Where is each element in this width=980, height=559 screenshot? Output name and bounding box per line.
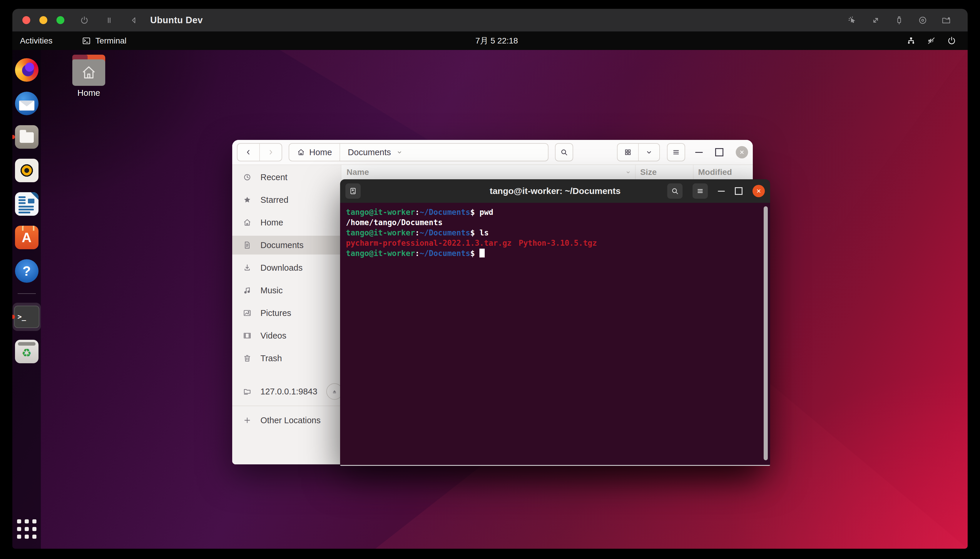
mac-minimize-button[interactable] bbox=[40, 16, 47, 24]
clock-button[interactable]: 7月 5 22:18 bbox=[469, 31, 524, 50]
view-options-dropdown[interactable] bbox=[638, 144, 659, 161]
sidebar-item-other-locations[interactable]: Other Locations bbox=[232, 411, 341, 430]
terminal-controls bbox=[667, 184, 765, 198]
view-toggle-group bbox=[617, 143, 660, 161]
terminal-search-button[interactable] bbox=[667, 184, 683, 198]
hamburger-icon bbox=[696, 187, 704, 195]
window-controls bbox=[695, 146, 748, 159]
dock-item-files[interactable] bbox=[15, 125, 38, 149]
star-icon bbox=[243, 195, 251, 204]
sort-chevron-icon bbox=[625, 169, 631, 175]
usb-icon[interactable] bbox=[894, 15, 904, 25]
focused-app-indicator[interactable]: Terminal bbox=[79, 31, 129, 50]
vm-window: Ubuntu Dev Activities Termi bbox=[12, 9, 968, 549]
sidebar-item-videos[interactable]: Videos bbox=[232, 326, 341, 345]
maximize-button[interactable] bbox=[735, 187, 742, 195]
vm-pause-icon[interactable] bbox=[104, 16, 114, 25]
mount-label: 127.0.0.1:9843 bbox=[260, 387, 317, 397]
terminal-app-icon bbox=[82, 36, 91, 46]
path-segment-home[interactable]: Home bbox=[289, 144, 339, 161]
activities-button[interactable]: Activities bbox=[12, 31, 60, 50]
rhythmbox-icon bbox=[15, 159, 38, 182]
disc-icon[interactable] bbox=[918, 15, 928, 25]
resize-window-icon[interactable] bbox=[871, 15, 881, 25]
grid-view-icon bbox=[624, 149, 632, 156]
document-icon bbox=[243, 241, 251, 250]
dock-item-trash[interactable]: ♻ bbox=[15, 340, 38, 363]
home-folder-icon bbox=[72, 55, 105, 86]
vm-window-title: Ubuntu Dev bbox=[150, 15, 203, 26]
hamburger-icon bbox=[672, 148, 680, 156]
desktop-icon-label: Home bbox=[77, 88, 100, 98]
home-icon bbox=[243, 218, 251, 227]
minimize-button[interactable] bbox=[718, 191, 725, 192]
sidebar-item-pictures[interactable]: Pictures bbox=[232, 304, 341, 322]
sidebar-item-trash[interactable]: Trash bbox=[232, 349, 341, 368]
trash-icon: ♻ bbox=[15, 340, 38, 363]
column-name[interactable]: Name bbox=[341, 167, 635, 177]
search-icon bbox=[560, 148, 568, 156]
terminal-window: tango@it-worker: ~/Documents bbox=[340, 179, 770, 466]
music-icon bbox=[243, 286, 251, 295]
terminal-screen[interactable]: tango@it-worker:~/Documents$pwd /home/ta… bbox=[340, 203, 770, 465]
files-icon bbox=[15, 125, 38, 149]
dock-item-rhythmbox[interactable] bbox=[15, 159, 38, 182]
vm-power-icon[interactable] bbox=[80, 16, 89, 25]
trash-icon bbox=[243, 354, 251, 363]
nav-buttons bbox=[237, 143, 282, 161]
path-segment-documents[interactable]: Documents bbox=[339, 144, 410, 161]
close-icon bbox=[739, 149, 745, 155]
dock-item-libreoffice-writer[interactable] bbox=[15, 192, 38, 216]
capture-cursor-icon[interactable] bbox=[847, 15, 857, 25]
mac-zoom-button[interactable] bbox=[56, 16, 64, 24]
search-button[interactable] bbox=[555, 143, 573, 161]
column-size[interactable]: Size bbox=[635, 165, 693, 180]
download-icon bbox=[243, 263, 251, 272]
system-status-area[interactable] bbox=[906, 31, 968, 50]
terminal-menu-button[interactable] bbox=[692, 184, 708, 198]
terminal-line: tango@it-worker:~/Documents$ bbox=[346, 248, 759, 259]
sidebar-item-starred[interactable]: Starred bbox=[232, 190, 341, 209]
desktop-home-folder[interactable]: Home bbox=[71, 55, 107, 98]
volume-muted-icon bbox=[927, 36, 936, 46]
terminal-headerbar: tango@it-worker: ~/Documents bbox=[340, 179, 770, 203]
dock-item-help[interactable]: ? bbox=[15, 259, 38, 283]
files-sidebar: Recent Starred Home Documents bbox=[232, 165, 341, 465]
terminal-title: tango@it-worker: ~/Documents bbox=[490, 186, 620, 196]
remote-folder-icon bbox=[243, 387, 251, 396]
terminal-scrollbar[interactable] bbox=[764, 206, 768, 460]
sidebar-item-downloads[interactable]: Downloads bbox=[232, 258, 341, 277]
sidebar-separator bbox=[232, 405, 341, 406]
sidebar-item-recent[interactable]: Recent bbox=[232, 168, 341, 187]
mac-close-button[interactable] bbox=[22, 16, 30, 24]
close-button[interactable] bbox=[736, 146, 748, 159]
sidebar-item-documents[interactable]: Documents bbox=[232, 236, 341, 255]
sidebar-item-network-mount[interactable]: 127.0.0.1:9843 bbox=[232, 382, 341, 401]
dock-item-thunderbird[interactable] bbox=[15, 92, 38, 115]
dock-item-firefox[interactable] bbox=[15, 58, 38, 82]
home-icon bbox=[297, 148, 305, 156]
minimize-button[interactable] bbox=[695, 152, 703, 153]
power-icon bbox=[947, 36, 957, 46]
list-column-headers: Name Size Modified bbox=[341, 165, 753, 180]
dock-item-ubuntu-software[interactable]: A bbox=[15, 226, 38, 249]
show-applications-button[interactable] bbox=[17, 519, 36, 539]
shared-folder-icon[interactable] bbox=[941, 15, 951, 25]
back-button[interactable] bbox=[238, 144, 259, 161]
recent-icon bbox=[243, 173, 251, 182]
column-modified[interactable]: Modified bbox=[693, 165, 753, 180]
maximize-button[interactable] bbox=[715, 148, 724, 156]
new-tab-button[interactable] bbox=[345, 184, 361, 198]
sidebar-item-music[interactable]: Music bbox=[232, 281, 341, 300]
sidebar-item-home[interactable]: Home bbox=[232, 213, 341, 232]
path-bar: Home Documents bbox=[289, 143, 549, 161]
running-indicator bbox=[12, 135, 15, 139]
terminal-cursor bbox=[479, 249, 485, 258]
close-button[interactable] bbox=[752, 185, 765, 197]
grid-view-button[interactable] bbox=[618, 144, 638, 161]
forward-button[interactable] bbox=[259, 144, 282, 161]
menu-button[interactable] bbox=[667, 143, 685, 161]
vm-back-icon[interactable] bbox=[129, 16, 139, 25]
dock-item-terminal[interactable]: >_ bbox=[13, 303, 41, 331]
chevron-down-icon bbox=[396, 149, 403, 155]
